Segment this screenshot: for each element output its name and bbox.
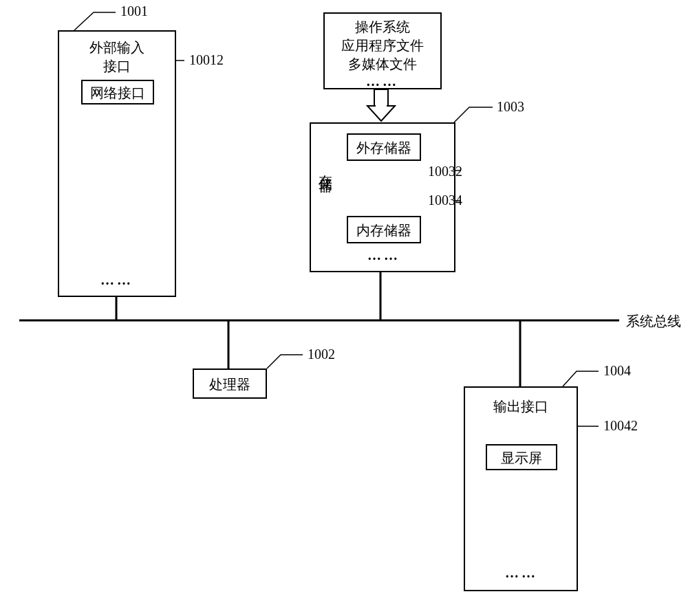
output-title: 输出接口 (465, 397, 577, 416)
output-block: 输出接口 显示屏 …… (464, 386, 578, 591)
ref-10042: 10042 (603, 418, 638, 434)
external-input-block: 外部输入 接口 网络接口 …… (58, 30, 176, 297)
internal-storage-box: 内存储器 (347, 216, 421, 243)
processor-box: 处理器 (193, 368, 267, 399)
external-input-title-1: 外部输入 (59, 38, 175, 57)
ref-10032: 10032 (428, 164, 462, 179)
diagram-canvas: 系统总线 外部输入 接口 网络接口 …… 1001 10012 操作系统 应用程… (0, 0, 688, 616)
ref-1002: 1002 (308, 346, 335, 362)
bus-label: 系统总线 (626, 312, 681, 331)
files-l3: 多媒体文件 (325, 55, 440, 74)
display-box: 显示屏 (486, 444, 557, 470)
ref-1004: 1004 (603, 363, 631, 379)
external-storage-label: 外存储器 (348, 139, 420, 157)
storage-ellipsis: …… (367, 248, 400, 263)
storage-side-label: 存储器 (316, 164, 335, 172)
files-l1: 操作系统 (325, 18, 440, 36)
files-box: 操作系统 应用程序文件 多媒体文件 …… (323, 12, 442, 89)
ref-1001: 1001 (120, 3, 148, 19)
ref-10012: 10012 (189, 52, 224, 68)
svg-marker-6 (367, 106, 395, 121)
ref-1003: 1003 (497, 99, 524, 115)
internal-storage-label: 内存储器 (348, 221, 420, 240)
network-interface-box: 网络接口 (81, 80, 154, 104)
external-storage-box: 外存储器 (347, 133, 421, 161)
external-input-title-2: 接口 (59, 57, 175, 76)
display-label: 显示屏 (487, 449, 556, 468)
files-ellipsis: …… (325, 74, 440, 89)
files-l2: 应用程序文件 (325, 36, 440, 55)
external-input-ellipsis: …… (100, 272, 133, 288)
svg-rect-5 (374, 89, 388, 107)
ref-10034: 10034 (428, 192, 462, 208)
output-ellipsis: …… (505, 565, 538, 581)
processor-label: 处理器 (194, 375, 266, 394)
network-interface-label: 网络接口 (83, 84, 153, 102)
arrow-files-to-storage (367, 89, 395, 121)
